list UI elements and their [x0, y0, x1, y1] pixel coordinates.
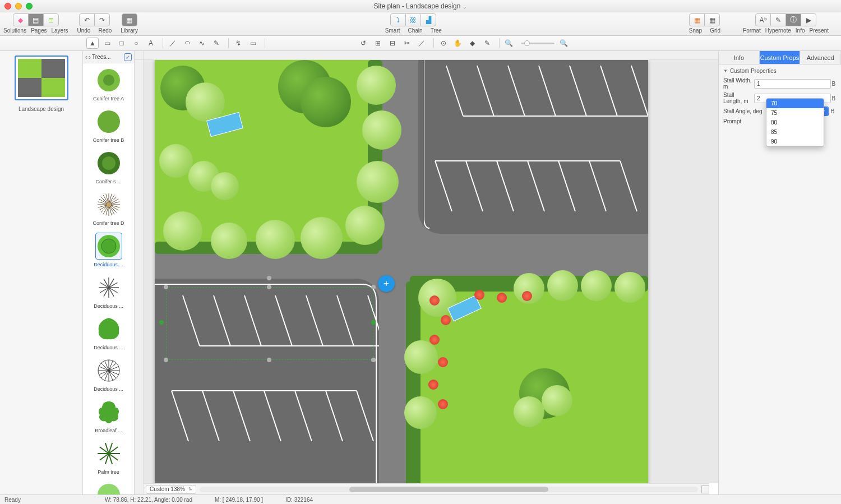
flower-shape[interactable]: [474, 290, 484, 300]
selection-handle[interactable]: [371, 320, 376, 325]
library-item[interactable]: Palm tree: [83, 437, 134, 478]
tree-shape[interactable]: [345, 206, 385, 245]
library-item[interactable]: Deciduous ...: [83, 271, 134, 312]
present-button[interactable]: ▶: [801, 13, 816, 26]
flower-shape[interactable]: [522, 291, 532, 301]
format-button[interactable]: Aᵇ: [755, 13, 771, 26]
flower-shape[interactable]: [438, 357, 448, 367]
library-item[interactable]: Conifer s ...: [83, 478, 134, 494]
flower-shape[interactable]: [429, 295, 440, 306]
selection-handle[interactable]: [267, 358, 271, 362]
selection-rectangle[interactable]: [166, 287, 373, 360]
page-thumbnail[interactable]: [15, 56, 68, 100]
rotation-handle[interactable]: [267, 276, 271, 280]
flower-shape[interactable]: [438, 399, 448, 409]
tree-shape[interactable]: [362, 110, 401, 150]
tree-shape[interactable]: [542, 385, 572, 416]
selection-handle[interactable]: [267, 285, 271, 289]
zoom-in-button[interactable]: 🔍: [558, 38, 570, 49]
tree-shape[interactable]: [159, 144, 193, 178]
library-button[interactable]: ▦: [122, 13, 137, 26]
tree-shape[interactable]: [581, 270, 612, 301]
stall-width-input[interactable]: [754, 79, 831, 89]
tree-shape[interactable]: [301, 77, 351, 127]
library-item[interactable]: Conifer tree D: [83, 188, 134, 229]
library-item[interactable]: Conifer tree A: [83, 63, 134, 105]
tree-shape[interactable]: [186, 82, 225, 122]
dropdown-option[interactable]: 70: [766, 99, 824, 108]
ungroup-tool[interactable]: ⊟: [386, 38, 399, 49]
selection-handle[interactable]: [164, 358, 168, 362]
tab-custom-props[interactable]: Custom Props: [760, 51, 801, 64]
fit-view-button[interactable]: [701, 485, 709, 493]
tree-shape[interactable]: [547, 270, 578, 301]
selection-handle[interactable]: [159, 320, 164, 325]
pick-tool[interactable]: ◆: [466, 38, 479, 49]
lock-tool[interactable]: ⊙: [437, 38, 450, 49]
flip-tool[interactable]: ✂: [401, 38, 413, 49]
title-dropdown-icon[interactable]: ⌄: [463, 4, 467, 10]
zoom-combobox[interactable]: Custom 138%⇅: [146, 485, 196, 494]
ruler-vertical[interactable]: [135, 60, 144, 494]
scrollbar-thumb[interactable]: [349, 487, 549, 492]
solutions-button[interactable]: ◆: [13, 13, 29, 26]
tree-shape[interactable]: [211, 223, 247, 259]
ruler-horizontal[interactable]: [144, 51, 718, 60]
arc-tool[interactable]: ◠: [181, 38, 193, 49]
zoom-slider[interactable]: [521, 43, 554, 44]
tree-shape[interactable]: [256, 220, 295, 259]
section-header[interactable]: ▼Custom Properties: [723, 68, 837, 74]
redo-button[interactable]: ↷: [94, 13, 110, 26]
stamp-tool[interactable]: ▭: [247, 38, 259, 49]
info-button[interactable]: ⓘ: [785, 13, 801, 26]
tree-shape[interactable]: [211, 172, 239, 200]
snap-button[interactable]: ▦: [689, 13, 705, 26]
tree-shape[interactable]: [514, 396, 544, 427]
zoom-out-button[interactable]: 🔍: [503, 38, 515, 49]
drawing-page[interactable]: +: [155, 60, 648, 483]
flower-shape[interactable]: [497, 293, 507, 303]
smart-connector-button[interactable]: ⤵: [390, 13, 406, 26]
diagonal-tool[interactable]: ／: [415, 38, 428, 49]
eyedropper-tool[interactable]: ✎: [481, 38, 493, 49]
flower-shape[interactable]: [441, 315, 451, 325]
dropdown-option[interactable]: 90: [766, 137, 824, 146]
library-crumb[interactable]: Trees...: [92, 54, 124, 60]
library-item[interactable]: Deciduous ...: [83, 229, 134, 271]
ellipse-tool[interactable]: ○: [130, 38, 142, 49]
tree-shape[interactable]: [404, 340, 438, 374]
add-shape-button[interactable]: +: [378, 275, 395, 292]
pencil-tool[interactable]: ✎: [210, 38, 223, 49]
tree-shape[interactable]: [301, 217, 343, 259]
canvas-viewport[interactable]: +: [144, 60, 718, 483]
rect-select-tool[interactable]: ▭: [101, 38, 113, 49]
flower-shape[interactable]: [428, 380, 438, 390]
tree-shape[interactable]: [357, 161, 399, 203]
line-tool[interactable]: ／: [167, 38, 179, 49]
library-item[interactable]: Conifer tree B: [83, 105, 134, 146]
group-tool[interactable]: ⊞: [372, 38, 384, 49]
grid-button[interactable]: ▦: [704, 13, 720, 26]
library-forward-button[interactable]: ›: [89, 53, 91, 61]
selection-handle[interactable]: [371, 358, 376, 362]
dropdown-option[interactable]: 85: [766, 127, 824, 137]
stall-angle-dropdown[interactable]: 7075808590: [766, 98, 824, 147]
undo-button[interactable]: ↶: [79, 13, 95, 26]
tab-advanced[interactable]: Advanced: [800, 51, 841, 64]
square-tool[interactable]: □: [115, 38, 128, 49]
tree-connector-button[interactable]: ▟: [420, 13, 436, 26]
dropdown-option[interactable]: 75: [766, 108, 824, 118]
layers-button[interactable]: ≣: [43, 13, 59, 26]
tree-shape[interactable]: [614, 272, 645, 303]
library-item[interactable]: Deciduous ...: [83, 312, 134, 354]
library-item[interactable]: Broadleaf ...: [83, 395, 134, 437]
library-item[interactable]: Conifer s ...: [83, 146, 134, 188]
spline-tool[interactable]: ∿: [196, 38, 208, 49]
pages-button[interactable]: ▤: [28, 13, 44, 26]
library-item[interactable]: Deciduous ...: [83, 354, 134, 395]
canvas[interactable]: +: [135, 51, 719, 494]
tree-shape[interactable]: [404, 396, 437, 429]
library-back-button[interactable]: ‹: [85, 53, 87, 61]
library-expand-button[interactable]: ⤢: [124, 53, 132, 61]
hand-tool[interactable]: ✋: [452, 38, 464, 49]
